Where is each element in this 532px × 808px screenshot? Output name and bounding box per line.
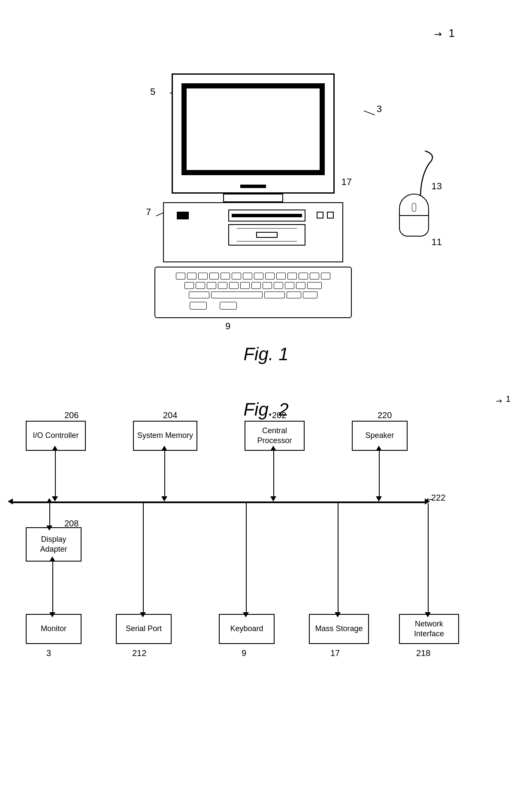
ref-17: 17: [342, 176, 352, 188]
ref-218: 218: [416, 648, 430, 658]
ref-202: 202: [272, 410, 286, 420]
ref-13: 13: [432, 181, 442, 192]
drive-slot-2: [228, 224, 305, 246]
arrow-serial-down: [140, 612, 146, 617]
floppy-drive: [177, 212, 189, 219]
drive-slot-1: [228, 210, 305, 222]
bus-arrow-left: [8, 498, 13, 504]
arrow-display-bus-up: [46, 498, 52, 503]
fig1-title: Fig. 1: [243, 344, 288, 365]
arrow-cpu-up: [270, 446, 276, 451]
ref-1-fig1: 1: [449, 27, 455, 40]
arrow-bus-mass: [338, 503, 339, 614]
arrow-mem-down: [161, 496, 167, 501]
ref-9: 9: [225, 321, 230, 332]
arrow-net-down: [425, 612, 431, 617]
bus-line: [13, 501, 425, 503]
ref-206: 206: [64, 410, 79, 420]
box-mass-storage: Mass Storage: [309, 614, 369, 644]
arrow-spk-up: [376, 446, 382, 451]
ref-5: 5: [150, 86, 155, 97]
ref-17-fig2: 17: [330, 648, 340, 658]
arrow-display-monitor: [52, 562, 53, 614]
arrow-io-up: [52, 446, 58, 451]
monitor-stand: [223, 194, 283, 202]
arrow-cpu-bus: [273, 451, 274, 496]
keyboard-feet: [190, 302, 237, 310]
arrow-monitor-up: [49, 556, 55, 562]
ref-11: 11: [432, 237, 442, 248]
ref-204: 204: [163, 410, 177, 420]
ref-9-fig2: 9: [242, 648, 246, 658]
fig1-section: 1 ↙ 5 3 7: [0, 0, 532, 386]
box-network-interface: Network Interface: [399, 614, 459, 644]
arrow-bus-display-head: [46, 526, 52, 531]
arrow-io-bus: [55, 451, 56, 496]
arrow-mem-bus: [164, 451, 165, 496]
keyboard-drawing: [154, 267, 352, 318]
box-serial-port: Serial Port: [116, 614, 172, 644]
svg-line-1: [364, 111, 375, 115]
arrow-cpu-down: [270, 496, 276, 501]
monitor-screen: [181, 83, 325, 175]
arrow-bus-net: [428, 503, 429, 614]
arrow-mass-down: [335, 612, 341, 617]
computer-illustration: 5 3 7: [146, 48, 386, 340]
case-buttons: [317, 212, 334, 219]
ref-1-arrow: ↙: [432, 28, 445, 41]
fig2-title: Fig. 2: [17, 399, 515, 420]
arrow-bus-serial: [143, 503, 144, 614]
ref-1-fig2: 1: [506, 394, 511, 404]
arrow-io-down: [52, 496, 58, 501]
case-drawing: [163, 202, 343, 262]
ref-212: 212: [132, 648, 146, 658]
ref-220: 220: [378, 410, 392, 420]
mouse-drawing: 13 11: [399, 194, 429, 237]
box-monitor: Monitor: [26, 614, 82, 644]
fig2-section: 1 ↙ I/O Controller 206 System Memory 204…: [0, 386, 532, 807]
arrow-monitor-down: [49, 612, 55, 617]
ref-7: 7: [146, 207, 151, 218]
arrow-bus-keyboard: [246, 503, 247, 614]
arrow-keyboard-down: [243, 612, 249, 617]
box-keyboard: Keyboard: [219, 614, 275, 644]
arrow-spk-down: [376, 496, 382, 501]
arrow-spk-bus: [379, 451, 380, 496]
monitor-base-bar: [240, 185, 266, 188]
ref-3-fig2: 3: [46, 648, 51, 658]
arrow-bus-display: [49, 503, 50, 527]
arrow-mem-up: [161, 446, 167, 451]
ref-3: 3: [377, 103, 382, 115]
drive-area: [228, 210, 305, 257]
monitor-drawing: [172, 73, 335, 194]
ref-208: 208: [64, 519, 79, 529]
